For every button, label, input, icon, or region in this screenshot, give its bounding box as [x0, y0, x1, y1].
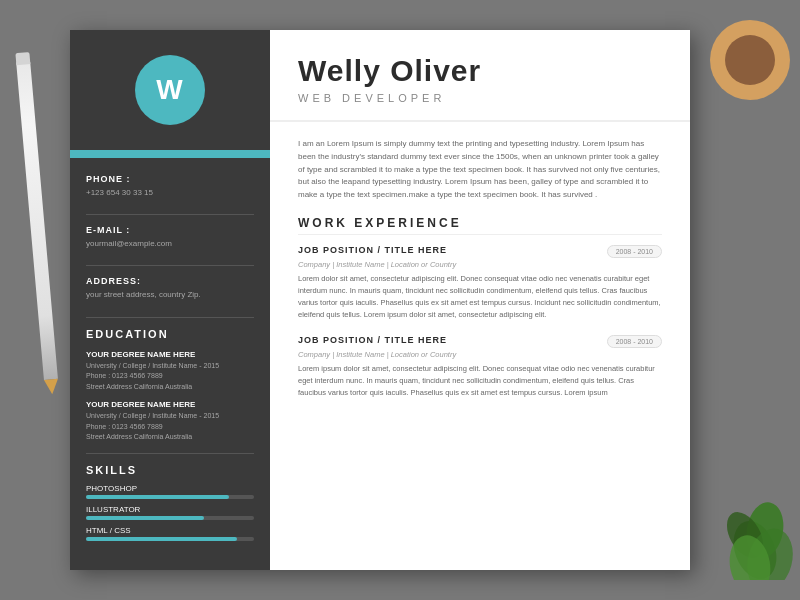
edu-degree-1: YOUR DEGREE NAME HERE	[86, 350, 254, 359]
work-company-1: Company | Institute Name | Location or C…	[298, 260, 662, 269]
avatar-letter: W	[156, 74, 183, 106]
plant-decoration	[710, 430, 800, 580]
work-desc-2: Lorem ipsum dolor sit amet, consectetur …	[298, 363, 662, 399]
work-desc-1: Lorem dolor sit amet, consectetur adipis…	[298, 273, 662, 321]
main-body: I am an Lorem Ipsum is simply dummy text…	[270, 122, 690, 570]
phone-section: PHONE : +123 654 30 33 15	[86, 174, 254, 198]
work-company-2: Company | Institute Name | Location or C…	[298, 350, 662, 359]
pencil-eraser	[15, 52, 30, 65]
work-header-1: JOB POSITION / TITLE HERE 2008 - 2010	[298, 245, 662, 258]
phone-value: +123 654 30 33 15	[86, 187, 254, 198]
sidebar-accent-bar	[70, 150, 270, 158]
skill-photoshop-bar-bg	[86, 495, 254, 499]
phone-label: PHONE :	[86, 174, 254, 184]
skill-photoshop-name: PHOTOSHOP	[86, 484, 254, 493]
work-header-2: JOB POSITION / TITLE HERE 2008 - 2010	[298, 335, 662, 348]
work-position-1: JOB POSITION / TITLE HERE	[298, 245, 447, 255]
work-date-1: 2008 - 2010	[607, 245, 662, 258]
work-experience-title: WORK EXPERIENCE	[298, 216, 662, 235]
resume-header: Welly Oliver WEB DEVELOPER	[270, 30, 690, 122]
skill-html-bar-fill	[86, 537, 237, 541]
job-title: WEB DEVELOPER	[298, 92, 662, 104]
address-section: ADDRESS: your street address, country Zi…	[86, 276, 254, 300]
work-position-2: JOB POSITION / TITLE HERE	[298, 335, 447, 345]
skills-section-title: SKILLS	[86, 464, 254, 476]
skill-illustrator: ILLUSTRATOR	[86, 505, 254, 520]
sidebar-header: W	[70, 30, 270, 150]
main-content: Welly Oliver WEB DEVELOPER I am an Lorem…	[270, 30, 690, 570]
email-section: E-MAIL : yourmail@example.com	[86, 225, 254, 249]
work-entry-2: JOB POSITION / TITLE HERE 2008 - 2010 Co…	[298, 335, 662, 399]
edu-detail-2: University / College / Institute Name - …	[86, 411, 254, 443]
education-section-title: EDUCATION	[86, 328, 254, 340]
address-label: ADDRESS:	[86, 276, 254, 286]
skill-illustrator-bar-fill	[86, 516, 204, 520]
pencil-tip	[44, 379, 59, 395]
divider-3	[86, 317, 254, 318]
person-name: Welly Oliver	[298, 54, 662, 88]
divider-2	[86, 265, 254, 266]
coffee-liquid	[725, 35, 775, 85]
divider-4	[86, 453, 254, 454]
summary-text: I am an Lorem Ipsum is simply dummy text…	[298, 138, 662, 202]
work-date-2: 2008 - 2010	[607, 335, 662, 348]
coffee-cup	[710, 20, 790, 100]
skill-html: HTML / CSS	[86, 526, 254, 541]
divider-1	[86, 214, 254, 215]
email-value: yourmail@example.com	[86, 238, 254, 249]
avatar-circle: W	[135, 55, 205, 125]
skill-illustrator-bar-bg	[86, 516, 254, 520]
skill-illustrator-name: ILLUSTRATOR	[86, 505, 254, 514]
skill-html-name: HTML / CSS	[86, 526, 254, 535]
edu-detail-1: University / College / Institute Name - …	[86, 361, 254, 393]
edu-degree-2: YOUR DEGREE NAME HERE	[86, 400, 254, 409]
skill-html-bar-bg	[86, 537, 254, 541]
skill-photoshop-bar-fill	[86, 495, 229, 499]
email-label: E-MAIL :	[86, 225, 254, 235]
work-entry-1: JOB POSITION / TITLE HERE 2008 - 2010 Co…	[298, 245, 662, 321]
sidebar: W PHONE : +123 654 30 33 15 E-MAIL : you…	[70, 30, 270, 570]
resume-container: W PHONE : +123 654 30 33 15 E-MAIL : you…	[70, 30, 690, 570]
skill-photoshop: PHOTOSHOP	[86, 484, 254, 499]
address-value: your street address, country Zip.	[86, 289, 254, 300]
sidebar-content: PHONE : +123 654 30 33 15 E-MAIL : yourm…	[70, 158, 270, 570]
